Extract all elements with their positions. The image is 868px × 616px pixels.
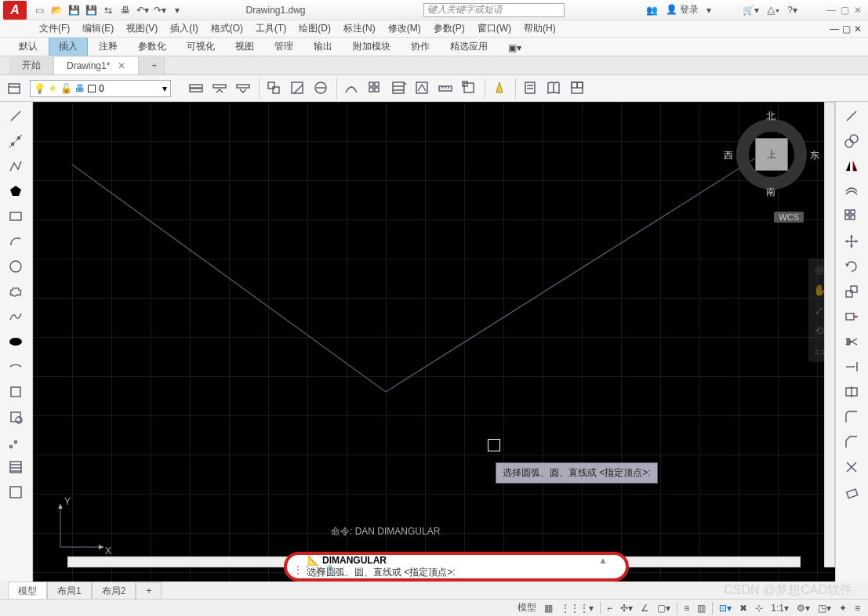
spline-tool[interactable] — [2, 306, 31, 329]
ortho-icon[interactable]: ⌐ — [605, 603, 614, 614]
menu-tools[interactable]: 工具(T) — [256, 22, 286, 35]
chevron-down-icon[interactable]: ▾ — [162, 83, 167, 94]
ann-icon[interactable]: ✦ — [837, 603, 848, 614]
tab-parametric[interactable]: 参数化 — [129, 38, 176, 56]
tab-output[interactable]: 输出 — [304, 38, 342, 56]
cleanscreen-icon[interactable] — [490, 78, 510, 99]
qat-more-icon[interactable]: ▾ — [171, 4, 183, 16]
menu-window[interactable]: 窗口(W) — [478, 22, 511, 35]
app-logo[interactable]: A — [3, 1, 27, 20]
menu-draw[interactable]: 绘图(D) — [299, 22, 331, 35]
menu-modify[interactable]: 修改(M) — [388, 22, 421, 35]
minimize-button[interactable]: — — [826, 5, 836, 16]
tab-featured[interactable]: 精选应用 — [441, 38, 497, 56]
tab-expand-icon[interactable]: ▣▾ — [499, 40, 531, 56]
dyn-icon[interactable]: ⊹ — [754, 603, 764, 614]
pencil-tool[interactable] — [838, 105, 866, 129]
new-icon[interactable]: ▭ — [33, 4, 45, 16]
view-cube[interactable]: 上 北 东 南 西 — [728, 111, 815, 197]
status-model[interactable]: 模型 — [516, 601, 538, 614]
viewcube-south[interactable]: 南 — [766, 186, 775, 199]
tab-visualize[interactable]: 可视化 — [177, 38, 224, 56]
circle-tool[interactable] — [2, 255, 31, 279]
viewcube-face[interactable]: 上 — [755, 138, 788, 171]
dropdown-icon[interactable]: ▾ — [706, 5, 711, 16]
ellipse-arc-tool[interactable] — [2, 356, 31, 379]
doc-close-icon[interactable]: ✕ — [854, 24, 862, 34]
laystate-icon[interactable] — [187, 78, 207, 99]
erase-tool[interactable] — [838, 481, 866, 505]
save-icon[interactable]: 💾 — [67, 4, 80, 16]
orbit-icon[interactable]: ⟲ — [815, 324, 824, 337]
sc-icon[interactable]: 1:1▾ — [769, 603, 790, 614]
showmotion-icon[interactable]: ▭ — [815, 345, 825, 357]
point-tool[interactable] — [2, 431, 31, 455]
layfreeze-icon[interactable] — [210, 78, 231, 99]
status-menu-icon[interactable]: ≡ — [853, 603, 862, 614]
tab-layout2[interactable]: 布局2 — [92, 582, 136, 601]
doc-minimize-icon[interactable]: — — [830, 24, 839, 34]
viewcube-west[interactable]: 西 — [724, 149, 733, 162]
help-icon[interactable]: ?▾ — [787, 5, 797, 16]
hatch-tool[interactable] — [2, 456, 31, 480]
cmd-close-icon[interactable]: ✕ — [315, 564, 323, 575]
tab-manage[interactable]: 管理 — [265, 38, 303, 56]
cmd-wrench-icon[interactable]: 🔧 — [326, 564, 338, 575]
insert-block-tool[interactable] — [2, 381, 31, 404]
arc-tool[interactable] — [2, 230, 31, 254]
redo-icon[interactable]: ↷▾ — [154, 4, 166, 16]
gradient-tool[interactable] — [2, 481, 31, 505]
osnap-icon[interactable]: ▢▾ — [656, 603, 672, 614]
menu-edit[interactable]: 编辑(E) — [82, 22, 114, 35]
tab-drawing1[interactable]: Drawing1*✕ — [54, 57, 139, 74]
tab-default[interactable]: 默认 — [9, 38, 47, 56]
tab-insert[interactable]: 插入 — [49, 37, 88, 56]
track-icon[interactable]: ∠ — [639, 603, 651, 614]
stretch-tool[interactable] — [838, 306, 866, 329]
doc-restore-icon[interactable]: ▢ — [842, 24, 851, 34]
make-block-tool[interactable] — [2, 406, 31, 429]
mirror-tool[interactable] — [838, 155, 866, 179]
lwt-icon[interactable]: ≡ — [682, 603, 691, 614]
trim-tool[interactable] — [838, 331, 866, 354]
polar-icon[interactable]: ✣▾ — [619, 603, 634, 614]
vertical-scrollbar[interactable] — [824, 102, 835, 567]
palette-icon[interactable] — [568, 78, 588, 99]
ellipse-tool[interactable] — [2, 331, 31, 354]
rectangle-tool[interactable] — [2, 205, 31, 229]
wcs-badge[interactable]: WCS — [774, 212, 804, 223]
rotate-tool[interactable] — [838, 255, 866, 279]
zoom-extents-icon[interactable]: ⤢ — [815, 304, 824, 317]
tab-view[interactable]: 视图 — [226, 38, 263, 56]
array-icon[interactable] — [365, 78, 386, 99]
fillet-tool[interactable] — [838, 406, 866, 429]
tab-close-icon[interactable]: ✕ — [118, 60, 125, 71]
measure-icon[interactable] — [436, 78, 456, 99]
viewcube-north[interactable]: 北 — [766, 110, 775, 123]
clip-icon[interactable] — [412, 78, 433, 99]
construction-line-tool[interactable] — [2, 130, 31, 154]
revcloud-tool[interactable] — [2, 281, 31, 304]
undo-icon[interactable]: ↶▾ — [136, 4, 149, 16]
layoff-icon[interactable] — [234, 78, 254, 99]
tab-add-button[interactable]: + — [139, 57, 165, 74]
maximize-button[interactable]: ▢ — [841, 5, 849, 16]
drawing-canvas[interactable]: 选择圆弧、圆、直线或 <指定顶点>: 命令: DAN DIMANGULAR 上 … — [33, 102, 835, 582]
signin-button[interactable]: 👤 登录 — [666, 3, 699, 16]
arc-tool-icon[interactable] — [342, 78, 362, 99]
tab-layout-add[interactable]: + — [136, 582, 162, 600]
gear-icon[interactable]: ⚙▾ — [795, 603, 812, 614]
cmd-expand-icon[interactable]: ▴ — [601, 555, 605, 566]
tab-annotate[interactable]: 注释 — [89, 38, 127, 56]
tab-addins[interactable]: 附加模块 — [343, 38, 400, 56]
objectsnap-icon[interactable]: ⊡▾ — [717, 603, 733, 614]
open-icon[interactable]: 📂 — [50, 4, 63, 16]
block-icon[interactable] — [264, 78, 285, 99]
selectsim-icon[interactable] — [459, 78, 480, 99]
search-input[interactable]: 键入关键字或短语 — [423, 3, 565, 17]
trans-icon[interactable]: ▥ — [695, 603, 707, 614]
chamfer-tool[interactable] — [838, 431, 866, 455]
sheet-icon[interactable] — [521, 78, 541, 99]
copy-tool[interactable] — [838, 130, 866, 154]
edit-block-icon[interactable] — [288, 78, 308, 99]
